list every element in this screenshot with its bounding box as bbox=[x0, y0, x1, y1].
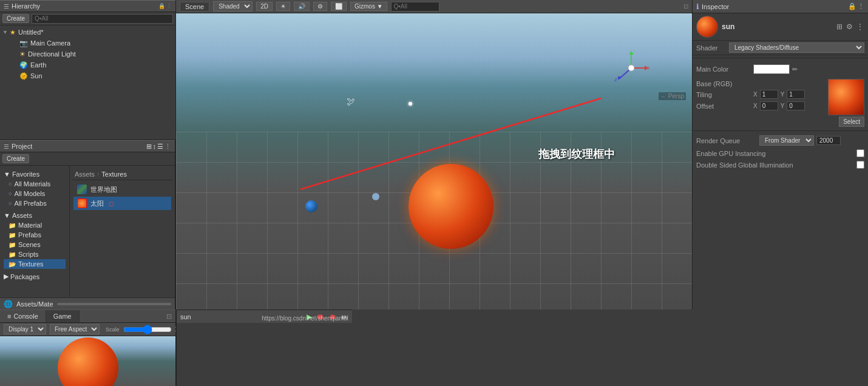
aspect-select[interactable]: Free Aspect bbox=[50, 324, 100, 334]
scene-view-options[interactable]: ⬜ bbox=[331, 2, 347, 11]
inspector-title: Inspector bbox=[702, 3, 729, 10]
scene-search-input[interactable] bbox=[391, 2, 439, 12]
scale-slider[interactable] bbox=[123, 325, 172, 334]
project-sidebar: ▼ Favorites ○ All Materials ○ All Models bbox=[0, 166, 70, 297]
project-size-slider[interactable] bbox=[57, 303, 171, 305]
hierarchy-search-input[interactable] bbox=[32, 14, 173, 24]
2d-button[interactable]: 2D bbox=[256, 2, 273, 11]
sun-icon: 🌞 bbox=[19, 72, 28, 80]
breadcrumb-textures: Textures bbox=[101, 171, 127, 178]
offset-y-input[interactable] bbox=[787, 101, 805, 110]
inspector-lock: 🔒 bbox=[848, 2, 856, 10]
double-sided-gi-checkbox[interactable] bbox=[856, 161, 864, 169]
offset-y-label: Y bbox=[781, 103, 785, 109]
game-bottom-toolbar: Display 1 Free Aspect Scale 1x Maximize … bbox=[0, 323, 175, 336]
fx-toggle-button[interactable]: ⚙ bbox=[313, 2, 327, 11]
shader-dropdown[interactable]: Legacy Shaders/Diffuse bbox=[729, 42, 864, 53]
asset-folder-textures[interactable]: 📂 Textures bbox=[4, 259, 66, 269]
material-action-3[interactable]: ⋮ bbox=[856, 22, 864, 32]
fav-all-models[interactable]: ○ All Models bbox=[4, 189, 66, 198]
console-tab[interactable]: ≡ Console bbox=[0, 310, 46, 322]
offset-x-label: X bbox=[753, 103, 758, 109]
material-thumbnail bbox=[696, 16, 718, 38]
texture-select-button[interactable]: Select bbox=[839, 117, 864, 127]
inspector-controls: 🔒 ⋮ bbox=[848, 2, 864, 10]
fav-all-materials[interactable]: ○ All Materials bbox=[4, 179, 66, 189]
csdn-watermark: https://blog.csdn.net/shenqiankk bbox=[262, 315, 348, 322]
packages-header[interactable]: ▶ Packages bbox=[4, 271, 66, 282]
bird-decoration: 🕊 bbox=[347, 96, 355, 106]
earth-tex-label: 世界地图 bbox=[90, 185, 117, 194]
main-color-edit-btn[interactable]: ✏ bbox=[792, 66, 798, 73]
tiling-x-input[interactable] bbox=[760, 90, 778, 99]
file-item-earth-tex[interactable]: 世界地图 bbox=[73, 183, 171, 196]
light-toggle-button[interactable]: ☀ bbox=[276, 2, 290, 11]
project-bottom-bar: 🌐 Assets/Mate bbox=[0, 297, 175, 310]
assets-header[interactable]: ▼ Assets bbox=[4, 211, 66, 220]
divider-1 bbox=[693, 58, 868, 58]
project-ctrl-2: ↕ bbox=[153, 143, 157, 150]
project-layout: ▼ Favorites ○ All Materials ○ All Models bbox=[0, 166, 175, 297]
bottom-expand-icon: ⊡ bbox=[166, 313, 172, 320]
scene-name: Untitled* bbox=[18, 29, 44, 36]
textures-folder-icon: 📂 bbox=[8, 261, 16, 268]
main-color-row: Main Color ✏ bbox=[696, 63, 864, 75]
bottom-tab-bar: ≡ Console Game ⊡ bbox=[0, 310, 175, 323]
fav-prefabs-label: All Prefabs bbox=[14, 200, 46, 207]
assets-label: Assets bbox=[12, 212, 32, 219]
earth-tex-thumbnail bbox=[77, 185, 87, 194]
render-queue-value-input[interactable] bbox=[816, 136, 841, 145]
hierarchy-panel: ☰ Hierarchy 🔒 ⋮ Create ▼ ★ bbox=[0, 0, 176, 140]
asset-folder-scripts[interactable]: 📁 Scripts bbox=[4, 249, 66, 259]
scenes-label: Scenes bbox=[18, 241, 41, 248]
material-name: sun bbox=[722, 22, 734, 31]
svg-text:Z: Z bbox=[614, 77, 617, 83]
project-create-button[interactable]: Create bbox=[2, 154, 29, 163]
game-tab[interactable]: Game bbox=[46, 310, 80, 322]
main-color-swatch[interactable] bbox=[753, 64, 790, 74]
directional-light-label: Directional Light bbox=[28, 50, 76, 58]
hierarchy-item-earth[interactable]: 🌍 Earth bbox=[0, 59, 175, 70]
hierarchy-tab-icon: ☰ bbox=[4, 3, 9, 10]
shaded-dropdown[interactable]: Shaded bbox=[213, 1, 253, 12]
camera-icon: 📷 bbox=[19, 39, 28, 47]
hierarchy-item-directional-light[interactable]: ☀ Directional Light bbox=[0, 49, 175, 59]
app-container: ☰ Hierarchy 🔒 ⋮ Create ▼ ★ bbox=[0, 0, 868, 386]
material-action-1[interactable]: ⊞ bbox=[836, 22, 843, 32]
game-planet bbox=[58, 337, 118, 386]
asset-folder-scenes[interactable]: 📁 Scenes bbox=[4, 240, 66, 249]
audio-toggle-button[interactable]: 🔊 bbox=[294, 2, 310, 11]
gpu-instancing-checkbox[interactable] bbox=[856, 149, 864, 157]
file-item-sun-tex[interactable]: 太阳 ◻ bbox=[73, 197, 171, 210]
hierarchy-item-main-camera[interactable]: 📷 Main Camera bbox=[0, 38, 175, 49]
camera-label: Main Camera bbox=[30, 39, 70, 47]
inspector-panel: ℹ Inspector 🔒 ⋮ sun ⊞ ⚙ ⋮ bbox=[692, 0, 868, 310]
hierarchy-scene-root[interactable]: ▼ ★ Untitled* bbox=[0, 27, 175, 38]
hierarchy-item-sun[interactable]: 🌞 Sun bbox=[0, 70, 175, 81]
gizmos-button[interactable]: Gizmos ▼ bbox=[350, 2, 387, 11]
texture-thumbnail bbox=[828, 79, 864, 115]
asset-folder-prefabs[interactable]: 📁 Prefabs bbox=[4, 230, 66, 240]
console-icon: ≡ bbox=[7, 313, 11, 320]
offset-x-input[interactable] bbox=[760, 101, 778, 110]
render-queue-dropdown[interactable]: From Shader bbox=[759, 135, 814, 146]
sun-tex-thumbnail bbox=[77, 198, 87, 208]
tiling-y-label: Y bbox=[781, 91, 785, 98]
double-sided-gi-row: Double Sided Global Illumination bbox=[693, 159, 868, 171]
base-rgb-label: Base (RGB) bbox=[696, 80, 751, 87]
favorites-header[interactable]: ▼ Favorites bbox=[4, 169, 66, 179]
breadcrumb-assets[interactable]: Assets bbox=[75, 171, 95, 178]
tiling-y-input[interactable] bbox=[787, 90, 805, 99]
project-ctrl-3: ☰ bbox=[157, 143, 163, 151]
display-select[interactable]: Display 1 bbox=[4, 324, 46, 334]
sun-bottom-label: sun bbox=[180, 313, 191, 320]
material-action-2[interactable]: ⚙ bbox=[846, 22, 853, 32]
sun-planet bbox=[409, 164, 493, 249]
hierarchy-create-button[interactable]: Create bbox=[2, 14, 29, 23]
fav-all-prefabs[interactable]: ○ All Prefabs bbox=[4, 198, 66, 208]
main-color-section: Main Color ✏ bbox=[693, 61, 868, 78]
asset-folder-material[interactable]: 📁 Material bbox=[4, 220, 66, 230]
scene-tab[interactable]: Scene bbox=[180, 2, 209, 12]
project-controls: ⊞ ↕ ☰ ⋮ bbox=[146, 143, 172, 151]
hierarchy-header: ☰ Hierarchy 🔒 ⋮ bbox=[0, 0, 175, 12]
